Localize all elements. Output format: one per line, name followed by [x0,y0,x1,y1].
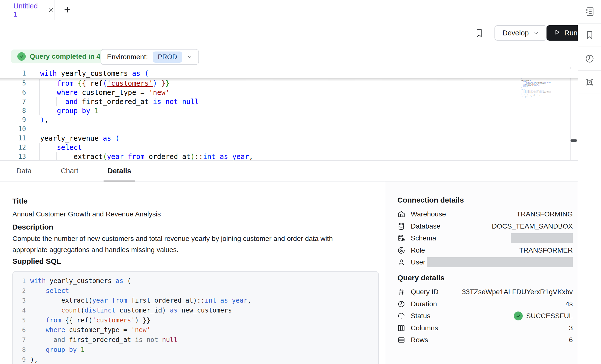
kv-label: Duration [411,300,437,308]
code-text: group by 1 [40,106,99,115]
run-button-label: Run [564,29,577,37]
redacted-value [427,257,573,267]
kv-label: Columns [411,324,438,332]
code-line: 9), [0,115,253,125]
play-icon [554,29,560,37]
line-number: 6 [0,88,26,97]
kv-label: Schema [411,234,436,242]
details-panel: Title Annual Customer Growth and Revenue… [0,182,385,364]
title-heading: Title [12,197,27,205]
tab-untitled-1[interactable]: Untitled 1 [0,0,55,20]
code-text: with yearly_customers as ( [40,69,149,78]
editor-sticky-shadow [0,78,578,81]
notebook-icon [584,6,595,17]
rail-button-history-clock[interactable] [578,47,601,71]
line-number: 9 [13,355,26,364]
rail-button-bookmark[interactable] [578,24,601,47]
code-text: extract(year from first_ordered_at)::int… [30,296,251,306]
code-text: and first_ordered_at is not null [30,335,178,345]
status-row: StatusSUCCESSFUL [397,310,573,322]
role-row: RoleTRANSFORMER [397,244,573,257]
copilot-sparkle-icon [584,77,595,87]
rows-icon [397,336,405,344]
kv-value-text: 4s [565,300,573,308]
code-text: extract(year from ordered_at)::int as ye… [40,152,253,161]
code-line: 6 where customer_type = 'new' [13,325,251,335]
status-row: Query completed in 4s Environment: PROD [0,46,578,67]
sql-editor[interactable]: 1with yearly_customers as ( 5 from {{ re… [0,67,578,161]
editor-lines: 5 from {{ ref('customers') }}6 where cus… [0,79,253,161]
bookmark-icon[interactable] [473,26,486,40]
supplied-sql-lines: 1with yearly_customers as (2 select3 ext… [13,276,251,364]
success-check-icon [514,312,523,320]
kv-value-text: SUCCESSFUL [526,312,573,320]
connection-details-heading: Connection details [397,196,464,204]
hash-icon [397,288,405,296]
line-number: 3 [13,296,26,306]
code-text: ), [40,115,49,125]
line-number: 8 [13,345,26,355]
kv-label: User [411,258,425,266]
supplied-sql-heading: Supplied SQL [12,257,61,265]
code-text: from {{ ref('customers') }} [30,315,150,325]
line-number: 2 [13,286,26,296]
line-number: 4 [13,306,26,315]
code-line: 7 and first_ordered_at is not null [0,97,253,106]
results-tab-bar: DataChartDetails [0,161,578,182]
user-icon [397,258,405,266]
query-status-text: Query completed in 4s [30,52,104,60]
tab-details[interactable]: Details [104,160,135,181]
code-text: yearly_revenue as ( [40,134,119,143]
tab-data[interactable]: Data [12,160,35,181]
environment-selector[interactable]: Environment: PROD [101,49,199,65]
indent-guide [39,97,40,106]
kv-value-text: TRANSFORMER [519,246,573,254]
code-line: 11yearly_revenue as ( [0,134,253,143]
tab-chart[interactable]: Chart [57,160,82,181]
tab-bar: Untitled 1 [0,0,578,21]
bookmark-icon [585,30,594,40]
database-row: DatabaseDOCS_TEAM_SANDBOX [397,220,573,233]
line-number: 13 [0,152,26,161]
kv-value-text: DOCS_TEAM_SANDBOX [492,222,573,230]
code-line: 5 from {{ ref('customers') }} [13,315,251,325]
line-number: 6 [13,325,26,335]
schema-icon [397,234,405,242]
sql-ide-window: Untitled 1 Develop Run [0,0,601,364]
editor-scrollbar-thumb[interactable] [571,139,577,142]
code-line: 8 group by 1 [0,106,253,115]
indent-guide [39,152,40,161]
columns-row: Columns3 [397,322,573,334]
code-text: where customer_type = 'new' [30,325,150,335]
connection-details-rows: WarehouseTRANSFORMINGDatabaseDOCS_TEAM_S… [397,208,573,268]
indent-guide [39,106,40,115]
history-clock-icon [585,54,595,64]
line-number: 1 [13,276,26,286]
code-text: select [40,143,82,152]
line-number: 8 [0,106,26,115]
query-details-rows: Query ID33TZseWpe1ALFDUYerxR1gVKxbvDurat… [397,286,573,346]
plus-icon [63,5,72,15]
warehouse-row: WarehouseTRANSFORMING [397,208,573,220]
code-line: 8 group by 1 [13,345,251,355]
rail-button-copilot-sparkle[interactable] [578,71,601,94]
rail-button-notebook[interactable] [578,0,601,24]
kv-value-text: 3 [569,324,573,332]
line-number: 7 [0,97,26,106]
kv-label: Role [411,246,425,254]
tab-title: Untitled 1 [13,2,41,18]
line-number: 1 [0,69,26,78]
develop-button[interactable]: Develop [494,25,547,41]
connection-query-panel: Connection details WarehouseTRANSFORMING… [385,182,578,364]
duration-row: Duration4s [397,298,573,310]
code-line: 4 count(distinct customer_id) as new_cus… [13,306,251,315]
code-text: where customer_type = 'new' [40,88,170,97]
clock-icon [397,300,405,308]
indent-guide [56,97,57,106]
code-line: 10 [0,125,253,134]
columns-icon [397,324,405,332]
chevron-down-icon [533,30,539,36]
kv-label: Warehouse [411,210,446,218]
close-icon[interactable] [48,7,54,13]
new-tab-button[interactable] [57,0,77,20]
